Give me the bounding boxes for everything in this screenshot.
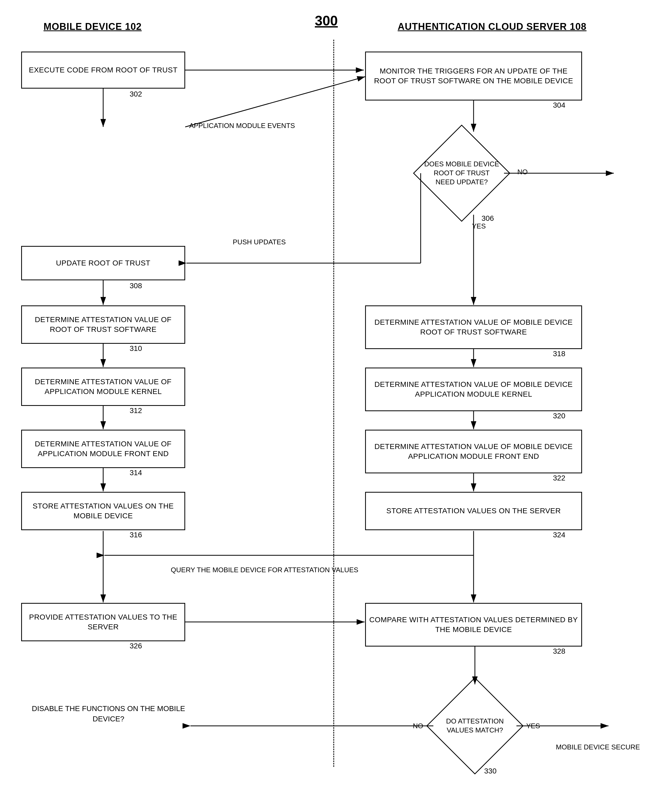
step-306: 306 <box>482 214 494 223</box>
step-324: 324 <box>553 531 565 539</box>
step-310: 310 <box>130 344 142 353</box>
box-312: DETERMINE ATTESTATION VALUE OF APPLICATI… <box>21 367 185 406</box>
step-312: 312 <box>130 406 142 415</box>
step-308: 308 <box>130 282 142 290</box>
diagram-container: 300 MOBILE DEVICE 102 AUTHENTICATION CLO… <box>0 0 672 797</box>
box-326: PROVIDE ATTESTATION VALUES TO THE SERVER <box>21 603 185 641</box>
box-314: DETERMINE ATTESTATION VALUE OF APPLICATI… <box>21 430 185 468</box>
step-326: 326 <box>130 642 142 650</box>
diamond-306: DOES MOBILE DEVICE ROOT OF TRUST NEED UP… <box>421 132 503 214</box>
label-yes-306: YES <box>468 222 490 230</box>
step-322: 322 <box>553 474 565 482</box>
right-column-title: AUTHENTICATION CLOUD SERVER 108 <box>365 21 619 32</box>
diamond-330: DO ATTESTATION VALUES MATCH? <box>434 685 516 767</box>
label-yes-330: YES <box>523 722 544 730</box>
label-query: QUERY THE MOBILE DEVICE FOR ATTESTATION … <box>132 566 397 574</box>
step-304: 304 <box>553 101 565 109</box>
label-no-306: NO <box>512 168 533 176</box>
box-320: DETERMINE ATTESTATION VALUE OF MOBILE DE… <box>365 367 582 411</box>
box-308: UPDATE ROOT OF TRUST <box>21 246 185 280</box>
left-column-title: MOBILE DEVICE 102 <box>26 21 159 32</box>
box-310: DETERMINE ATTESTATION VALUE OF ROOT OF T… <box>21 305 185 344</box>
step-320: 320 <box>553 412 565 420</box>
step-330: 330 <box>484 767 497 775</box>
center-divider <box>333 40 334 767</box>
box-328: COMPARE WITH ATTESTATION VALUES DETERMIN… <box>365 603 582 647</box>
box-318: DETERMINE ATTESTATION VALUE OF MOBILE DE… <box>365 305 582 349</box>
diagram-number: 300 <box>315 13 338 29</box>
label-app-events: APPLICATION MODULE EVENTS <box>169 121 315 130</box>
box-324: STORE ATTESTATION VALUES ON THE SERVER <box>365 492 582 530</box>
step-328: 328 <box>553 647 565 655</box>
label-disable: DISABLE THE FUNCTIONS ON THE MOBILE DEVI… <box>26 703 190 724</box>
box-322: DETERMINE ATTESTATION VALUE OF MOBILE DE… <box>365 430 582 473</box>
step-318: 318 <box>553 350 565 358</box>
box-304: MONITOR THE TRIGGERS FOR AN UPDATE OF TH… <box>365 51 582 101</box>
label-no-330: NO <box>408 722 429 730</box>
box-316: STORE ATTESTATION VALUES ON THE MOBILE D… <box>21 492 185 530</box>
step-314: 314 <box>130 469 142 477</box>
step-302: 302 <box>130 90 142 98</box>
step-316: 316 <box>130 531 142 539</box>
label-push-updates: PUSH UPDATES <box>206 238 312 246</box>
box-302: EXECUTE CODE FROM ROOT OF TRUST <box>21 51 185 89</box>
label-secure: MOBILE DEVICE SECURE <box>550 743 646 751</box>
svg-line-3 <box>185 77 365 127</box>
